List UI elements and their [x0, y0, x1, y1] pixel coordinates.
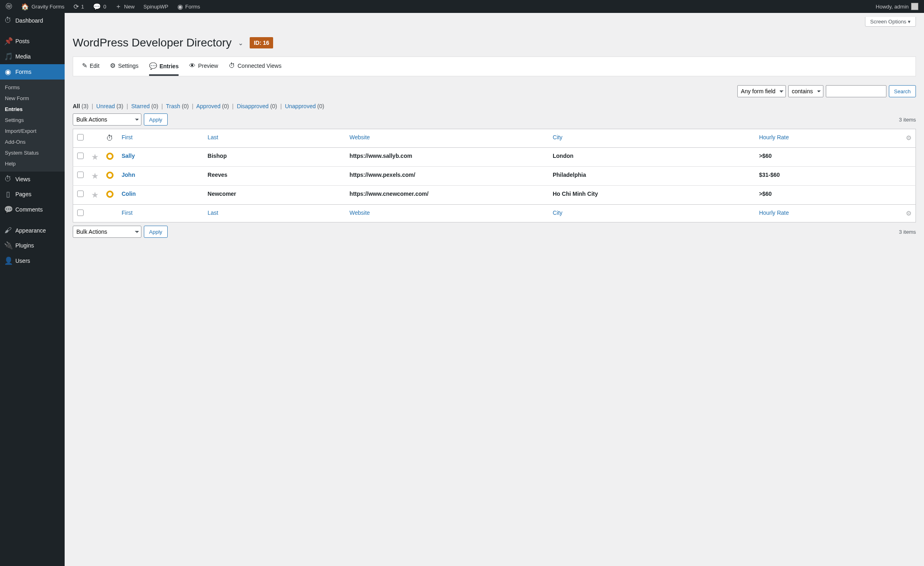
star-header: [88, 129, 102, 148]
row-checkbox[interactable]: [77, 191, 84, 197]
entry-website: https://www.sallyb.com: [345, 148, 549, 167]
gear-icon[interactable]: ⚙: [906, 134, 911, 141]
apply-button[interactable]: Apply: [144, 113, 168, 126]
menu-dashboard[interactable]: ⏱Dashboard: [0, 13, 65, 28]
entry-rate: >$60: [755, 186, 902, 205]
menu-users-label: Users: [15, 258, 30, 264]
row-checkbox[interactable]: [77, 172, 84, 178]
howdy-label: Howdy, admin: [876, 4, 909, 10]
tab-edit[interactable]: ✎Edit: [82, 62, 99, 71]
entry-last: Bishop: [204, 148, 345, 167]
star-icon[interactable]: ★: [92, 153, 98, 161]
col-first-footer[interactable]: First: [118, 205, 204, 222]
spinup-label: SpinupWP: [143, 4, 168, 10]
form-switcher[interactable]: ⌄: [238, 39, 243, 47]
filter-unapproved-count: (0): [317, 103, 324, 109]
menu-views[interactable]: ⏱Views: [0, 172, 65, 187]
page-title: WordPress Developer Directory: [73, 36, 232, 49]
filter-unread-count: (3): [116, 103, 123, 109]
menu-forms[interactable]: ◉Forms: [0, 64, 65, 80]
filter-trash[interactable]: Trash: [166, 103, 180, 109]
col-last-footer[interactable]: Last: [204, 205, 345, 222]
wp-logo[interactable]: ⓦ: [2, 0, 15, 13]
tab-connected-views[interactable]: ⏱Connected Views: [229, 62, 282, 71]
updates[interactable]: ⟳1: [70, 0, 87, 13]
menu-comments[interactable]: 💬Comments: [0, 202, 65, 217]
entry-rate: $31-$60: [755, 167, 902, 186]
filter-all[interactable]: All: [73, 103, 80, 109]
col-website-footer[interactable]: Website: [345, 205, 549, 222]
comments-bubble[interactable]: 💬0: [90, 0, 109, 13]
col-settings: ⚙: [902, 129, 916, 148]
submenu-help[interactable]: Help: [0, 158, 65, 169]
filter-unread[interactable]: Unread: [96, 103, 115, 109]
bulk-action-select[interactable]: Bulk Actions: [73, 113, 141, 126]
col-website[interactable]: Website: [345, 129, 549, 148]
tab-entries[interactable]: 💬Entries: [149, 62, 179, 76]
entry-first-link[interactable]: Sally: [122, 153, 135, 159]
menu-plugins[interactable]: 🔌Plugins: [0, 238, 65, 253]
star-icon[interactable]: ★: [92, 191, 98, 199]
page-header: WordPress Developer Directory ⌄ ID: 16: [73, 36, 916, 49]
filter-unapproved[interactable]: Unapproved: [285, 103, 316, 109]
approval-status-icon[interactable]: [106, 153, 114, 160]
submenu-system-status[interactable]: System Status: [0, 147, 65, 158]
tab-preview[interactable]: 👁Preview: [189, 62, 218, 71]
row-checkbox[interactable]: [77, 153, 84, 159]
submenu-forms[interactable]: Forms: [0, 82, 65, 93]
apply-button-bottom[interactable]: Apply: [144, 226, 168, 238]
col-city[interactable]: City: [549, 129, 755, 148]
col-rate-footer[interactable]: Hourly Rate: [755, 205, 902, 222]
menu-users[interactable]: 👤Users: [0, 253, 65, 268]
search-input[interactable]: [826, 85, 886, 97]
updates-count: 1: [81, 4, 84, 10]
approval-status-icon[interactable]: [106, 191, 114, 198]
user-icon: 👤: [4, 256, 12, 265]
menu-posts-label: Posts: [15, 38, 29, 44]
filter-starred[interactable]: Starred: [131, 103, 150, 109]
menu-media[interactable]: 🎵Media: [0, 49, 65, 64]
col-first[interactable]: First: [118, 129, 204, 148]
menu-posts[interactable]: 📌Posts: [0, 34, 65, 49]
filter-approved[interactable]: Approved: [196, 103, 221, 109]
col-city-footer[interactable]: City: [549, 205, 755, 222]
bulk-actions-bottom: Bulk Actions Apply 3 items: [73, 226, 916, 238]
tab-settings[interactable]: ⚙Settings: [110, 62, 139, 71]
account-menu[interactable]: Howdy, admin: [873, 0, 922, 13]
submenu-addons[interactable]: Add-Ons: [0, 136, 65, 147]
search-button[interactable]: Search: [889, 85, 916, 97]
forms-adminbar[interactable]: ◉Forms: [174, 0, 204, 13]
col-last[interactable]: Last: [204, 129, 345, 148]
submenu-import-export[interactable]: Import/Export: [0, 126, 65, 136]
new-content[interactable]: ＋New: [112, 0, 138, 13]
menu-plugins-label: Plugins: [15, 242, 34, 249]
submenu-entries[interactable]: Entries: [0, 104, 65, 115]
form-id-badge: ID: 16: [250, 37, 273, 48]
menu-appearance[interactable]: 🖌Appearance: [0, 223, 65, 238]
edit-icon: ✎: [82, 62, 87, 69]
entry-first-link[interactable]: Colin: [122, 191, 136, 197]
select-all-checkbox-footer[interactable]: [77, 210, 84, 216]
tab-entries-label: Entries: [160, 63, 179, 69]
bulk-action-select-bottom[interactable]: Bulk Actions: [73, 226, 141, 238]
search-operator-select[interactable]: contains: [788, 85, 823, 97]
site-name[interactable]: 🏠Gravity Forms: [18, 0, 68, 13]
approval-status-icon[interactable]: [106, 172, 114, 179]
col-rate[interactable]: Hourly Rate: [755, 129, 902, 148]
menu-pages[interactable]: ▯Pages: [0, 187, 65, 202]
star-icon[interactable]: ★: [92, 172, 98, 180]
filter-disapproved[interactable]: Disapproved: [237, 103, 269, 109]
wordpress-icon: ⓦ: [6, 2, 12, 11]
entry-last: Reeves: [204, 167, 345, 186]
plugin-icon: 🔌: [4, 241, 12, 250]
gear-icon-footer[interactable]: ⚙: [906, 210, 911, 217]
screen-options-button[interactable]: Screen Options ▾: [865, 17, 916, 27]
select-all-checkbox[interactable]: [77, 134, 84, 140]
search-field-select[interactable]: Any form field: [737, 85, 786, 97]
submenu-new-form[interactable]: New Form: [0, 93, 65, 104]
filter-links: All (3) | Unread (3) | Starred (0) | Tra…: [73, 103, 916, 109]
submenu-settings[interactable]: Settings: [0, 115, 65, 126]
entry-first-link[interactable]: John: [122, 172, 135, 178]
home-icon: 🏠: [21, 3, 29, 10]
spinupwp[interactable]: SpinupWP: [140, 0, 171, 13]
